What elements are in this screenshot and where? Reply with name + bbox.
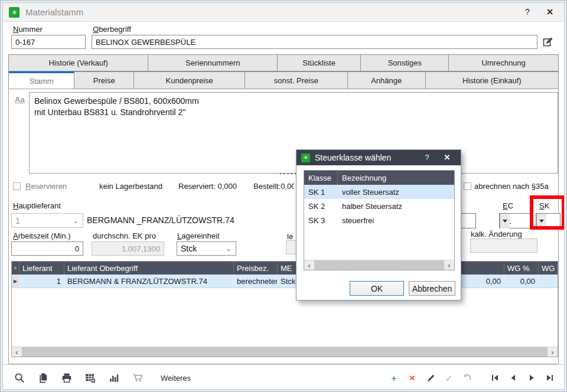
tab-sonst-preise[interactable]: sonst. Preise	[245, 71, 348, 89]
delete-icon[interactable]: ✕	[407, 373, 418, 383]
chevron-down-icon	[500, 214, 510, 228]
ok-button[interactable]: OK	[350, 281, 404, 296]
tab-historie-einkauf[interactable]: Historie (Einkauf)	[426, 71, 559, 89]
text-format-icon[interactable]: Aa	[15, 95, 25, 104]
weiteres-button[interactable]: Weiteres	[161, 374, 191, 383]
oberbegriff-label: Oberbegriff	[93, 25, 131, 34]
scrollbar-thumb[interactable]	[22, 347, 548, 357]
lagereinheit-combo[interactable]: Stck ⌄	[177, 241, 236, 256]
app-icon: ✳	[9, 7, 19, 18]
undo-icon[interactable]	[462, 373, 472, 383]
scrollbar-thumb[interactable]	[314, 260, 444, 270]
cell-oberbegriff: BERGMANN & FRANZ/LÜTZOWSTR.74	[64, 275, 234, 288]
tab-umrechnung[interactable]: Umrechnung	[449, 54, 559, 71]
bestellt-text: Bestellt:0,00	[253, 182, 294, 191]
scroll-left-icon[interactable]: ‹	[12, 347, 22, 357]
nummer-label: Nummer	[13, 25, 43, 34]
cell-wg	[539, 275, 558, 288]
nav-first-icon[interactable]	[490, 373, 500, 383]
col-lieferant[interactable]: Lieferant	[19, 262, 64, 275]
highlight-box	[530, 195, 565, 230]
col-lieferant-oberbegriff[interactable]: Lieferant Oberbegriff	[64, 262, 234, 275]
cart-icon[interactable]	[132, 373, 143, 383]
col-bezeichnung[interactable]: Bezeichnung	[338, 171, 454, 185]
dialog-help-button[interactable]: ?	[422, 153, 432, 162]
app-icon: ✳	[301, 153, 310, 162]
chevron-down-icon: ⌄	[226, 244, 236, 253]
cell-preisbez: berechneter	[234, 275, 278, 288]
print-icon[interactable]	[61, 373, 72, 383]
reservieren-label: Reservieren	[25, 182, 67, 191]
table-row[interactable]: ▶ 1 BERGMANN & FRANZ/LÜTZOWSTR.74 berech…	[12, 275, 558, 288]
dialog-title-bar: ✳ Steuerklasse wählen ? ✕	[296, 150, 461, 165]
col-wg-pct[interactable]: WG %	[504, 262, 539, 275]
dialog-close-button[interactable]: ✕	[442, 153, 452, 162]
oberbegriff-input[interactable]: BELINOX GEWERBESPÜLE	[92, 35, 537, 49]
lagereinheit-label: Lagereinheit	[177, 231, 220, 240]
table-add-icon[interactable]	[85, 373, 96, 383]
abrechnen-checkbox[interactable]	[464, 182, 471, 190]
title-bar: ✳ Materialstamm ? ✕	[3, 3, 564, 22]
tab-anhaenge[interactable]: Anhänge	[348, 71, 426, 89]
list-item[interactable]: SK 2 halber Steuersatz	[304, 199, 454, 213]
close-button[interactable]: ✕	[544, 7, 556, 17]
table-horizontal-scrollbar[interactable]: ‹ ›	[12, 347, 558, 357]
description-textarea[interactable]: Belinox Gewerbespüle / BS801, 600x600mm …	[29, 92, 558, 174]
search-icon[interactable]	[14, 373, 25, 383]
cancel-button[interactable]: Abbrechen	[409, 281, 455, 296]
ec-combo[interactable]: 01	[499, 213, 533, 228]
steuerklasse-dialog: ✳ Steuerklasse wählen ? ✕ Klasse Bezeich…	[296, 149, 461, 300]
add-icon[interactable]: +	[389, 373, 399, 383]
row-marker-icon: ▶	[12, 275, 19, 288]
cell-wg-pct: 0,00	[504, 275, 539, 288]
list-item[interactable]: SK 1 voller Steuersatz	[304, 185, 454, 199]
ek-input: 1.007,1300	[92, 241, 164, 256]
tab-sonstiges[interactable]: Sonstiges	[361, 54, 449, 71]
col-wg[interactable]: WG	[539, 262, 558, 275]
list-item[interactable]: SK 3 steuerfrei	[304, 213, 454, 227]
tab-seriennummern[interactable]: Seriennummern	[148, 54, 278, 71]
nav-last-icon[interactable]	[545, 373, 555, 383]
list-header-row: Klasse Bezeichnung	[304, 171, 454, 185]
dialog-title: Steuerklasse wählen	[315, 153, 391, 162]
screen: ✳ Materialstamm ? ✕ Nummer 0-167 Oberbeg…	[0, 0, 567, 392]
clipped-dots: ·····	[279, 169, 298, 178]
nummer-input[interactable]: 0-167	[11, 35, 86, 49]
tab-preise[interactable]: Preise	[74, 71, 134, 89]
tab-row-lower: Stamm Preise Kundenpreise sonst. Preise …	[8, 71, 559, 89]
reservieren-checkbox[interactable]	[13, 182, 21, 190]
arbeitszeit-label: Arbeitszeit (Min.)	[13, 231, 71, 240]
table-header-row: ✳ Lieferant Lieferant Oberbegriff Preisb…	[12, 262, 558, 275]
nav-prev-icon[interactable]	[508, 373, 519, 383]
clipped-label: le	[287, 232, 293, 241]
marker-column-icon: ✳	[12, 262, 19, 275]
hauptlieferant-combo[interactable]: 1 ⌄	[11, 213, 83, 228]
col-klasse[interactable]: Klasse	[304, 171, 338, 185]
ek-label: durchschn. EK pro	[93, 231, 156, 240]
scroll-left-icon[interactable]: ‹	[304, 260, 314, 270]
supplier-name-text: BERGMANN _FRANZ/LÜTZOWSTR.74	[87, 215, 234, 225]
tab-kundenpreise[interactable]: Kundenpreise	[134, 71, 245, 89]
arbeitszeit-input[interactable]: 0	[11, 241, 83, 256]
chevron-down-icon: ⌄	[73, 217, 83, 225]
edit-note-icon[interactable]	[542, 36, 554, 48]
ec-label: EC	[503, 201, 513, 210]
nav-next-icon[interactable]	[526, 373, 537, 383]
tab-historie-verkauf[interactable]: Historie (Verkauf)	[8, 54, 148, 71]
chart-icon[interactable]	[109, 373, 119, 383]
tab-stamm[interactable]: Stamm	[8, 71, 74, 89]
lagerbestand-text: kein Lagerbestand	[99, 182, 162, 191]
abrechnen-label: abrechnen nach §35a	[474, 182, 549, 191]
col-preisbez[interactable]: Preisbez.	[234, 262, 278, 275]
suppliers-table: ✳ Lieferant Lieferant Oberbegriff Preisb…	[11, 261, 558, 357]
copy-icon[interactable]	[38, 373, 48, 383]
cell-lieferant: 1	[19, 275, 64, 288]
list-horizontal-scrollbar[interactable]: ‹ ›	[304, 260, 454, 270]
help-button[interactable]: ?	[522, 7, 533, 17]
confirm-icon[interactable]: ✓	[444, 373, 454, 383]
edit-icon[interactable]	[425, 373, 436, 383]
scroll-right-icon[interactable]: ›	[444, 260, 454, 270]
materialstamm-window: ✳ Materialstamm ? ✕ Nummer 0-167 Oberbeg…	[2, 2, 565, 390]
scroll-right-icon[interactable]: ›	[548, 347, 558, 357]
tab-stueckliste[interactable]: Stückliste	[278, 54, 361, 71]
